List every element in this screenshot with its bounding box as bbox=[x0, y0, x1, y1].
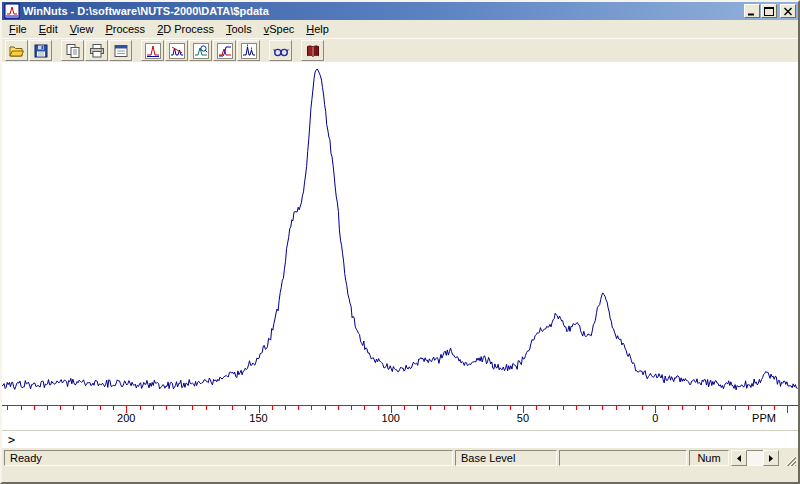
minimize-button[interactable] bbox=[744, 4, 760, 18]
winnuts-app-icon bbox=[4, 3, 20, 19]
spectrum-trace bbox=[2, 69, 798, 390]
toolbar-separator bbox=[293, 39, 301, 62]
toolbar-separator bbox=[133, 39, 141, 62]
scroll-right-button[interactable] bbox=[763, 450, 779, 466]
svg-text:50: 50 bbox=[517, 412, 529, 424]
arrow-right-icon bbox=[767, 454, 775, 463]
spectrum-integrate-icon bbox=[217, 43, 233, 59]
status-ready: Ready bbox=[4, 450, 453, 466]
print-button[interactable] bbox=[85, 40, 108, 61]
svg-text:100: 100 bbox=[382, 412, 400, 424]
close-button[interactable] bbox=[780, 4, 796, 18]
menu-help[interactable]: Help bbox=[300, 21, 335, 37]
toolbar-separator bbox=[261, 39, 269, 62]
fourier-transform-button[interactable] bbox=[141, 40, 164, 61]
menu-edit[interactable]: Edit bbox=[33, 21, 64, 37]
menu-2d-process[interactable]: 2D Process bbox=[151, 21, 220, 37]
toolbar-separator bbox=[53, 39, 61, 62]
menu-vspec[interactable]: vSpec bbox=[258, 21, 301, 37]
open-folder-icon bbox=[9, 43, 25, 59]
menu-view[interactable]: View bbox=[64, 21, 100, 37]
zoom-button[interactable] bbox=[189, 40, 212, 61]
title-bar[interactable]: WinNuts - D:\software\NUTS-2000\DATA\$pd… bbox=[2, 2, 798, 20]
floppy-disk-icon bbox=[33, 43, 49, 59]
ppm-axis-labels: 200150100500PPM bbox=[117, 412, 776, 424]
menu-file[interactable]: File bbox=[3, 21, 33, 37]
command-prompt: > bbox=[8, 433, 15, 447]
window-form-icon bbox=[113, 43, 129, 59]
glasses-icon bbox=[273, 43, 289, 59]
save-button[interactable] bbox=[29, 40, 52, 61]
svg-text:150: 150 bbox=[249, 412, 267, 424]
svg-text:200: 200 bbox=[117, 412, 135, 424]
svg-text:PPM: PPM bbox=[752, 412, 776, 424]
close-icon bbox=[783, 7, 793, 16]
scrollbar-track[interactable] bbox=[747, 450, 763, 466]
resize-grip-icon bbox=[783, 453, 796, 466]
svg-text:0: 0 bbox=[652, 412, 658, 424]
copy-button[interactable] bbox=[61, 40, 84, 61]
notebook-button[interactable] bbox=[301, 40, 324, 61]
toolbar bbox=[2, 38, 798, 62]
window-resize-border[interactable] bbox=[2, 468, 798, 482]
scroll-left-button[interactable] bbox=[731, 450, 747, 466]
view-button[interactable] bbox=[269, 40, 292, 61]
window-title: WinNuts - D:\software\NUTS-2000\DATA\$pd… bbox=[23, 3, 741, 19]
spectrum-peaks-icon bbox=[241, 43, 257, 59]
integrate-button[interactable] bbox=[213, 40, 236, 61]
spectrum-ft-icon bbox=[145, 43, 161, 59]
spectrum-plot: 200150100500PPM bbox=[2, 62, 798, 430]
menu-tools[interactable]: Tools bbox=[220, 21, 258, 37]
peak-pick-button[interactable] bbox=[237, 40, 260, 61]
spectrum-phase-icon bbox=[169, 43, 185, 59]
arrow-left-icon bbox=[735, 454, 743, 463]
status-extra bbox=[559, 450, 687, 466]
spectrum-zoom-icon bbox=[193, 43, 209, 59]
menu-process[interactable]: Process bbox=[99, 21, 151, 37]
menu-bar: File Edit View Process 2D Process Tools … bbox=[2, 20, 798, 38]
window-controls bbox=[744, 4, 796, 18]
status-mode: Base Level bbox=[455, 450, 557, 466]
status-num-lock: Num bbox=[689, 450, 729, 466]
maximize-icon bbox=[764, 7, 774, 16]
resize-grip[interactable] bbox=[781, 450, 796, 466]
minimize-icon bbox=[747, 7, 757, 16]
command-line[interactable]: > bbox=[2, 430, 798, 448]
open-button[interactable] bbox=[5, 40, 28, 61]
printer-icon bbox=[89, 43, 105, 59]
status-bar: Ready Base Level Num bbox=[2, 448, 798, 468]
spectrum-plot-area[interactable]: 200150100500PPM bbox=[2, 62, 798, 430]
winnuts-window: WinNuts - D:\software\NUTS-2000\DATA\$pd… bbox=[0, 0, 800, 484]
phase-button[interactable] bbox=[165, 40, 188, 61]
maximize-button[interactable] bbox=[761, 4, 777, 18]
status-mini-scrollbar[interactable] bbox=[731, 450, 779, 466]
red-book-icon bbox=[305, 43, 321, 59]
copy-icon bbox=[65, 43, 81, 59]
page-setup-button[interactable] bbox=[109, 40, 132, 61]
